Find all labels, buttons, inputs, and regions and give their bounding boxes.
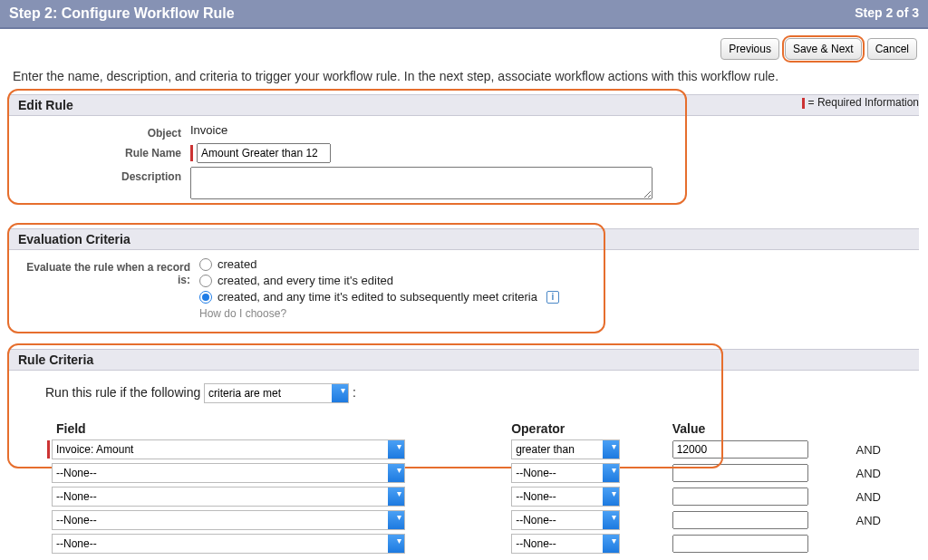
criteria-field-select[interactable]: --None--: [52, 463, 405, 483]
required-info-legend: = Required Information: [802, 96, 919, 109]
criteria-field-select[interactable]: --None--: [52, 510, 405, 530]
eval-option-0[interactable]: created: [199, 257, 910, 271]
eval-criteria-header: Evaluation Criteria: [9, 228, 919, 250]
radio-icon[interactable]: [199, 258, 212, 271]
info-icon[interactable]: i: [546, 291, 559, 304]
wizard-header: Step 2: Configure Workflow Rule Step 2 o…: [0, 0, 928, 29]
criteria-operator-select[interactable]: greater than: [511, 439, 620, 459]
object-label: Object: [18, 123, 190, 140]
criteria-value-input[interactable]: [672, 464, 808, 482]
criteria-field-select[interactable]: --None--: [52, 487, 405, 507]
column-operator: Operator: [508, 420, 669, 438]
criteria-row: --None----None--: [18, 532, 910, 555]
criteria-table: Field Operator Value Invoice: Amountgrea…: [18, 420, 910, 555]
step-counter: Step 2 of 3: [855, 5, 919, 22]
evaluate-prompt: Evaluate the rule when a record is:: [18, 257, 199, 286]
run-rule-prompt-suffix: :: [353, 385, 356, 400]
rule-criteria-header: Rule Criteria: [9, 349, 919, 371]
action-button-row: Previous Save & Next Cancel: [0, 29, 928, 65]
criteria-value-input[interactable]: [672, 488, 808, 506]
radio-icon[interactable]: [199, 275, 212, 287]
criteria-and-label: AND: [853, 438, 910, 461]
description-textarea[interactable]: [190, 167, 652, 199]
criteria-field-select[interactable]: Invoice: Amount: [52, 439, 405, 459]
cancel-button[interactable]: Cancel: [867, 38, 917, 60]
criteria-operator-select[interactable]: --None--: [511, 510, 620, 530]
criteria-operator-select[interactable]: --None--: [511, 463, 620, 483]
required-marker-icon: [802, 98, 805, 109]
previous-button[interactable]: Previous: [720, 38, 779, 60]
edit-rule-section: = Required Information Edit Rule Object …: [9, 94, 919, 216]
criteria-row: Invoice: Amountgreater thanAND: [18, 438, 910, 461]
column-value: Value: [669, 420, 853, 438]
rule-name-label: Rule Name: [18, 143, 190, 159]
description-label: Description: [18, 167, 190, 183]
criteria-value-input[interactable]: [672, 535, 808, 553]
run-rule-prompt-prefix: Run this rule if the following: [45, 385, 200, 400]
run-rule-select[interactable]: criteria are met: [204, 383, 349, 403]
criteria-and-label: AND: [853, 508, 910, 532]
criteria-operator-select[interactable]: --None--: [511, 534, 620, 554]
save-next-button[interactable]: Save & Next: [785, 38, 862, 60]
criteria-value-input[interactable]: [672, 440, 808, 459]
eval-option-2[interactable]: created, and any time it's edited to sub…: [199, 290, 910, 304]
how-do-i-choose-link[interactable]: How do I choose?: [199, 307, 910, 320]
object-value: Invoice: [190, 123, 910, 137]
required-marker-icon: [47, 440, 50, 459]
radio-icon[interactable]: [199, 291, 212, 304]
criteria-row: --None----None--AND: [18, 508, 910, 532]
column-field: Field: [18, 420, 508, 438]
criteria-and-label: AND: [853, 461, 910, 485]
rule-name-input[interactable]: [197, 143, 331, 163]
page-root: Step 2: Configure Workflow Rule Step 2 o…: [0, 0, 928, 560]
criteria-row: --None----None--AND: [18, 461, 910, 485]
criteria-and-label: [853, 532, 910, 555]
eval-option-1[interactable]: created, and every time it's edited: [199, 274, 910, 287]
criteria-operator-select[interactable]: --None--: [511, 487, 620, 507]
criteria-value-input[interactable]: [672, 511, 808, 529]
criteria-field-select[interactable]: --None--: [52, 534, 405, 554]
criteria-and-label: AND: [853, 485, 910, 508]
intro-text: Enter the name, description, and criteri…: [0, 65, 928, 94]
evaluation-criteria-section: Evaluation Criteria Evaluate the rule wh…: [9, 228, 919, 336]
wizard-title: Step 2: Configure Workflow Rule: [9, 5, 235, 22]
required-marker-icon: [190, 145, 193, 161]
rule-criteria-section: Rule Criteria Run this rule if the follo…: [9, 349, 919, 560]
edit-rule-header: Edit Rule: [9, 94, 919, 116]
criteria-row: --None----None--AND: [18, 485, 910, 508]
